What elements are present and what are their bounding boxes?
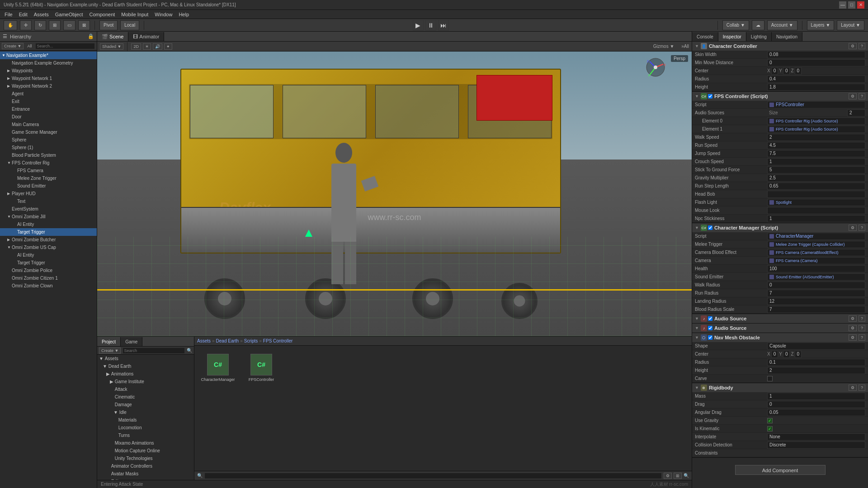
fx-button[interactable]: ✦ <box>164 43 172 50</box>
breadcrumb-dead-earth[interactable]: Dead Earth <box>216 338 239 343</box>
hierarchy-item-door[interactable]: Door <box>0 113 97 121</box>
hierarchy-item-player-hud[interactable]: ▶ Player HUD <box>0 190 97 197</box>
project-item-game-institute[interactable]: ▶ Game Institute <box>97 378 194 385</box>
asset-file-character-manager[interactable]: C# CharacterManager <box>200 351 236 387</box>
camera-blood-ref[interactable]: FPS Camera (CameraBloodEffect) <box>767 249 865 256</box>
hierarchy-item-zombie-clown[interactable]: Omni Zombie Clown <box>0 282 97 290</box>
local-button[interactable]: Local <box>120 20 139 30</box>
2d-button[interactable]: 2D <box>131 43 141 50</box>
audio-source-2-header[interactable]: ▼ ♪ Audio Source ⚙ ? <box>692 324 868 333</box>
cm-settings-btn[interactable]: ⚙ <box>849 225 857 231</box>
multi-tool-button[interactable]: ⊠ <box>78 20 90 30</box>
hierarchy-item-sphere1[interactable]: Sphere (1) <box>0 144 97 151</box>
hierarchy-item-waypoint2[interactable]: ▶ Waypoint Network 2 <box>0 82 97 90</box>
hierarchy-item-zombie-police[interactable]: Omni Zombie Police <box>0 267 97 274</box>
hierarchy-item-waypoints[interactable]: ▶ Waypoints <box>0 67 97 75</box>
account-button[interactable]: Account ▼ <box>767 20 797 30</box>
hierarchy-item-zombie-us-cap[interactable]: ▼ Omni Zombie US Cap <box>0 244 97 251</box>
hierarchy-item-sphere[interactable]: Sphere <box>0 136 97 144</box>
audio1-enabled-checkbox[interactable] <box>708 316 712 321</box>
assets-search-input[interactable] <box>204 473 662 479</box>
mouse-look-value[interactable] <box>767 207 865 214</box>
audio1-settings-btn[interactable]: ⚙ <box>849 315 857 322</box>
camera-ref[interactable]: FPS Camera (Camera) <box>767 257 865 264</box>
fps-help-btn[interactable]: ? <box>859 93 865 99</box>
jump-speed-value[interactable]: 7.5 <box>767 150 865 157</box>
hierarchy-item-fps-rig[interactable]: ▼ FPS Controller Rig <box>0 159 97 167</box>
hierarchy-item-target-trigger2[interactable]: Target Trigger <box>0 259 97 267</box>
hierarchy-item-agent[interactable]: Agent <box>0 90 97 98</box>
cm-enabled-checkbox[interactable] <box>708 225 712 230</box>
audio-sources-size[interactable]: 2 <box>847 109 865 117</box>
rb-settings-btn[interactable]: ⚙ <box>849 385 857 391</box>
rigidbody-header[interactable]: ▼ ⊛ Rigidbody ⚙ ? <box>692 383 868 392</box>
cc-center-x-val[interactable]: 0 <box>771 67 778 75</box>
tab-lighting[interactable]: Lighting <box>746 32 772 41</box>
lock-icon[interactable]: 🔒 <box>88 33 94 39</box>
tab-scene[interactable]: 🎬 Scene <box>97 32 128 41</box>
maximize-button[interactable]: □ <box>848 1 855 9</box>
shaded-dropdown[interactable]: Shaded ▼ <box>100 43 123 50</box>
layout-button[interactable]: Layout ▼ <box>837 20 864 30</box>
hierarchy-item-sound-emitter[interactable]: Sound Emitter <box>0 182 97 190</box>
menu-file[interactable]: File <box>2 11 15 18</box>
menu-component[interactable]: Component <box>86 11 118 18</box>
hierarchy-search[interactable] <box>35 43 95 49</box>
breadcrumb-fps-controller[interactable]: FPS Controller <box>263 338 293 343</box>
menu-help[interactable]: Help <box>176 11 192 18</box>
nav-mesh-header[interactable]: ▼ ⬡ Nav Mesh Obstacle ⚙ ? <box>692 333 868 342</box>
project-item-turns[interactable]: Turns <box>97 432 194 439</box>
hierarchy-item-main-camera[interactable]: Main Camera <box>0 121 97 128</box>
project-item-animator-ctrl[interactable]: Animator Controllers <box>97 462 194 470</box>
play-button[interactable]: ▶ <box>413 20 424 31</box>
project-item-locomotion[interactable]: Locomotion <box>97 424 194 432</box>
run-radius-value[interactable]: 7 <box>767 290 865 297</box>
cc-center-z-val[interactable]: 0 <box>795 67 802 75</box>
cm-script-ref[interactable]: CharacterManager <box>767 233 865 240</box>
move-tool-button[interactable]: ✛ <box>20 20 32 30</box>
menu-window[interactable]: Window <box>152 11 175 18</box>
scale-tool-button[interactable]: ⊞ <box>49 20 61 30</box>
project-item-cinematic[interactable]: Cinematic <box>97 393 194 401</box>
tab-game[interactable]: Game <box>121 337 142 346</box>
project-item-mixamo[interactable]: Mixamo Animations <box>97 439 194 447</box>
project-item-damage[interactable]: Damage <box>97 401 194 408</box>
breadcrumb-assets[interactable]: Assets <box>197 338 211 343</box>
cc-settings-btn[interactable]: ⚙ <box>849 43 857 49</box>
project-item-assets[interactable]: ▼ Assets <box>97 355 194 362</box>
melee-trigger-ref[interactable]: Melee Zone Trigger (Capsule Collider) <box>767 241 865 248</box>
is-kinematic-checkbox[interactable]: ✓ <box>767 426 773 432</box>
project-item-animations[interactable]: ▶ Animations <box>97 370 194 378</box>
cloud-button[interactable]: ☁ <box>752 20 764 30</box>
nav-radius-value[interactable]: 0.1 <box>767 359 865 366</box>
menu-mobile-input[interactable]: Mobile Input <box>118 11 151 18</box>
blood-radius-value[interactable]: 7 <box>767 306 865 313</box>
cc-height-value[interactable]: 1.8 <box>767 84 865 91</box>
hierarchy-item-waypoint1[interactable]: ▶ Waypoint Network 1 <box>0 75 97 82</box>
audio2-settings-btn[interactable]: ⚙ <box>849 325 857 331</box>
stick-ground-value[interactable]: 5 <box>767 166 865 174</box>
audio1-help-btn[interactable]: ? <box>859 315 865 322</box>
rect-tool-button[interactable]: ▭ <box>63 20 75 30</box>
tab-navigation[interactable]: Navigation <box>772 32 802 41</box>
filter-icon[interactable]: 🔍 <box>187 348 192 353</box>
run-speed-value[interactable]: 4.5 <box>767 142 865 149</box>
cc-help-btn[interactable]: ? <box>859 43 865 49</box>
minimize-button[interactable]: — <box>839 1 846 9</box>
nav-height-value[interactable]: 2 <box>767 367 865 374</box>
hierarchy-create-button[interactable]: Create ▼ <box>2 43 24 49</box>
nav-shape-value[interactable]: Capsule <box>767 343 865 350</box>
project-item-attack[interactable]: Attack <box>97 385 194 393</box>
hierarchy-item-text[interactable]: Text <box>0 197 97 205</box>
hierarchy-item-melee-zone[interactable]: Melee Zone Trigger <box>0 174 97 182</box>
cc-radius-value[interactable]: 0.4 <box>767 75 865 83</box>
nav-center-x-val[interactable]: 0 <box>771 351 778 358</box>
cm-help-btn[interactable]: ? <box>859 225 865 231</box>
nav-carve-checkbox[interactable] <box>767 376 773 381</box>
audio-source-1-header[interactable]: ▼ ♪ Audio Source ⚙ ? <box>692 314 868 323</box>
menu-assets[interactable]: Assets <box>31 11 52 18</box>
rotate-tool-button[interactable]: ↻ <box>34 20 46 30</box>
fps-enabled-checkbox[interactable] <box>708 94 712 99</box>
hierarchy-item-ai-entity2[interactable]: AI Entity <box>0 251 97 259</box>
drag-value[interactable]: 0 <box>767 401 865 408</box>
